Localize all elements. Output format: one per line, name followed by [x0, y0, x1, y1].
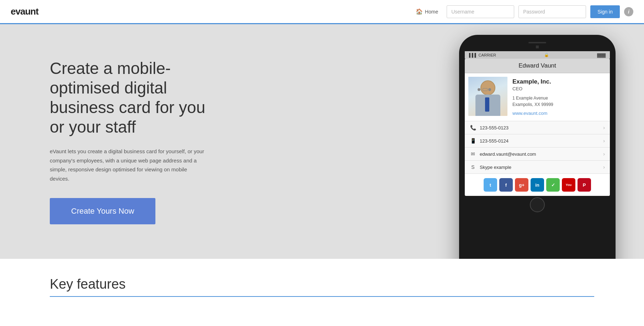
- phone-icon: 📞: [470, 125, 476, 130]
- create-now-button[interactable]: Create Yours Now: [50, 198, 155, 224]
- home-button[interactable]: [530, 197, 545, 212]
- phone-bottom: [465, 196, 610, 214]
- home-label: Home: [425, 9, 438, 15]
- linkedin-button[interactable]: in: [531, 178, 544, 192]
- address-line2: Exampolis, XX 99999: [512, 102, 553, 107]
- card-job-title: CEO: [512, 86, 606, 91]
- features-divider: [50, 296, 594, 297]
- card-address: 1 Example Avenue Exampolis, XX 99999: [512, 95, 606, 108]
- facebook-button[interactable]: f: [499, 178, 513, 192]
- home-link[interactable]: 🏠 Home: [411, 8, 442, 15]
- header-nav: 🏠 Home Sign in i: [411, 5, 633, 18]
- phone-screen: Edward Vaunt: [465, 59, 610, 196]
- hero-content: Create a mobile-optimised digital busine…: [0, 30, 235, 253]
- home-icon: 🏠: [416, 8, 423, 15]
- phone1-value: 123-555-0123: [480, 125, 509, 130]
- person-illustration: [468, 77, 507, 116]
- chevron-right-icon2: ›: [603, 138, 605, 144]
- email-row-left: ✉ edward.vaunt@evaunt.com: [470, 151, 536, 157]
- username-input[interactable]: [447, 5, 514, 18]
- mobile-row-left: 📱 123-555-0124: [470, 138, 509, 144]
- email-value: edward.vaunt@evaunt.com: [480, 151, 536, 157]
- card-website: www.evaunt.com: [512, 111, 606, 116]
- skype-contact-row[interactable]: S Skype example ›: [465, 161, 610, 174]
- card-profile: Example, Inc. CEO 1 Example Avenue Examp…: [465, 73, 610, 121]
- glasses-left: [478, 88, 480, 91]
- card-info: Example, Inc. CEO 1 Example Avenue Examp…: [512, 77, 606, 117]
- pinterest-button[interactable]: P: [578, 178, 591, 192]
- hero-title: Create a mobile-optimised digital busine…: [50, 59, 206, 137]
- features-title: Key features: [50, 277, 594, 292]
- phone-status-bar: ▌▌▌ CARRIER 🔒 ▓▓▓: [465, 51, 610, 59]
- youtube-button[interactable]: You: [562, 178, 575, 192]
- card-company: Example, Inc.: [512, 78, 606, 85]
- hero-description: eVaunt lets you create a digital busines…: [50, 147, 206, 183]
- features-section: Key features: [0, 259, 644, 318]
- phone2-value: 123-555-0124: [480, 138, 509, 144]
- googleplus-button[interactable]: g+: [515, 178, 528, 192]
- skype-row-left: S Skype example: [470, 164, 511, 170]
- check-button[interactable]: ✓: [546, 178, 560, 192]
- chevron-right-icon3: ›: [603, 151, 605, 157]
- chevron-right-icon4: ›: [603, 164, 605, 170]
- person-head: [480, 80, 495, 95]
- battery-icon: ▓▓▓: [597, 53, 606, 57]
- glasses-frame: [483, 88, 488, 91]
- logo[interactable]: evaunt: [11, 6, 38, 17]
- email-icon: ✉: [470, 151, 476, 157]
- header: evaunt 🏠 Home Sign in i: [0, 0, 644, 24]
- person-tie: [485, 97, 489, 112]
- mobile-contact-row[interactable]: 📱 123-555-0124 ›: [465, 134, 610, 148]
- sign-in-button[interactable]: Sign in: [590, 5, 620, 18]
- info-icon[interactable]: i: [624, 7, 633, 16]
- phone-camera: [536, 46, 539, 48]
- hero-section: Create a mobile-optimised digital busine…: [0, 24, 644, 259]
- skype-icon: S: [470, 164, 476, 170]
- chevron-right-icon: ›: [603, 125, 605, 130]
- carrier-text: ▌▌▌ CARRIER: [469, 53, 496, 57]
- mobile-icon: 📱: [470, 138, 476, 144]
- phone-frame: ▌▌▌ CARRIER 🔒 ▓▓▓ Edward Vaunt: [459, 35, 616, 259]
- social-bar: t f g+ in ✓ You P: [465, 174, 610, 196]
- email-contact-row[interactable]: ✉ edward.vaunt@evaunt.com ›: [465, 148, 610, 161]
- card-photo: [468, 77, 507, 116]
- password-input[interactable]: [518, 5, 586, 18]
- phone-row-left: 📞 123-555-0123: [470, 125, 509, 130]
- twitter-button[interactable]: t: [484, 178, 497, 192]
- glasses-right: [488, 88, 491, 91]
- skype-value: Skype example: [480, 165, 511, 170]
- card-header-name: Edward Vaunt: [465, 59, 610, 73]
- phone-speaker: [528, 42, 546, 43]
- phone-mockup: ▌▌▌ CARRIER 🔒 ▓▓▓ Edward Vaunt: [459, 35, 616, 259]
- phone-contact-row[interactable]: 📞 123-555-0123 ›: [465, 121, 610, 134]
- lock-icon: 🔒: [544, 53, 549, 57]
- address-line1: 1 Example Avenue: [512, 96, 548, 101]
